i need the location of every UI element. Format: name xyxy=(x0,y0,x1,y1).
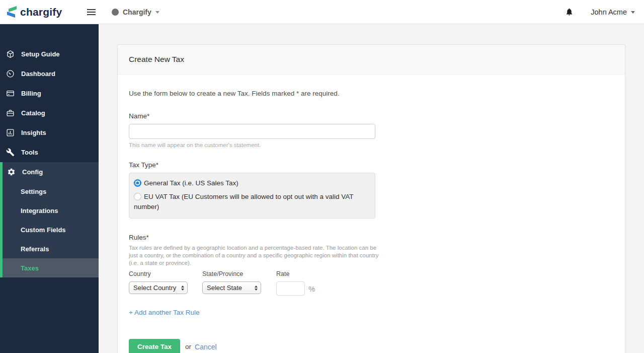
tax-type-options-box: General Tax (i.e. US Sales Tax) EU VAT T… xyxy=(129,173,375,219)
chargify-logo[interactable]: chargify xyxy=(0,5,80,19)
rate-label: Rate xyxy=(276,270,350,277)
site-status-dot-icon xyxy=(112,9,119,16)
user-menu-dropdown[interactable]: John Acme xyxy=(591,8,635,16)
chargify-wordmark: chargify xyxy=(20,6,62,18)
create-tax-panel: Create New Tax Use the form below to cre… xyxy=(117,44,625,353)
sidebar-item-config[interactable]: Config xyxy=(3,162,99,182)
country-column: Country Select Country xyxy=(129,270,202,296)
tax-name-input[interactable] xyxy=(129,124,375,139)
notifications-bell-icon[interactable] xyxy=(565,7,574,17)
briefcase-icon xyxy=(6,109,15,117)
gear-icon xyxy=(7,168,16,176)
sidebar: Setup Guide Dashboard Billing Catalog xyxy=(0,24,99,353)
radio-selected-icon xyxy=(134,179,141,187)
rules-label: Rules* xyxy=(129,234,614,241)
sidebar-item-referrals[interactable]: Referrals xyxy=(3,239,99,258)
sidebar-item-integrations[interactable]: Integrations xyxy=(3,201,99,220)
site-switcher-dropdown[interactable]: Chargify xyxy=(112,8,159,16)
chevron-down-icon xyxy=(155,11,159,14)
add-tax-rule-link[interactable]: + Add another Tax Rule xyxy=(129,309,199,316)
form-intro-text: Use the form below to create a new Tax. … xyxy=(129,90,614,97)
menu-toggle-icon[interactable] xyxy=(85,6,98,19)
wrench-icon xyxy=(6,148,15,157)
sidebar-item-settings[interactable]: Settings xyxy=(3,182,99,201)
box-icon xyxy=(6,50,15,58)
country-select[interactable]: Select Country xyxy=(129,281,188,294)
rules-help-text: Tax rules are defined by a geographic lo… xyxy=(129,244,383,267)
chargify-logo-icon xyxy=(7,5,17,19)
sidebar-item-catalog[interactable]: Catalog xyxy=(0,103,99,123)
form-actions: Create Tax or Cancel xyxy=(129,339,614,353)
sidebar-item-taxes[interactable]: Taxes xyxy=(3,258,99,277)
tax-type-label: Tax Type* xyxy=(129,161,614,169)
credit-card-icon xyxy=(6,89,15,98)
name-help-text: This name will appear on the customer's … xyxy=(129,142,614,148)
sidebar-item-insights[interactable]: Insights xyxy=(0,123,99,143)
select-arrows-icon xyxy=(255,286,258,291)
sidebar-item-setup-guide[interactable]: Setup Guide xyxy=(0,44,99,64)
bar-chart-icon xyxy=(6,128,15,137)
name-field-group: Name* This name will appear on the custo… xyxy=(129,112,614,148)
tax-type-field-group: Tax Type* General Tax (i.e. US Sales Tax… xyxy=(129,161,614,219)
app-window: chargify Chargify John Acme Setup Guide xyxy=(0,0,644,353)
cancel-link[interactable]: Cancel xyxy=(195,343,217,351)
chevron-down-icon xyxy=(631,11,635,14)
radio-general-tax[interactable]: General Tax (i.e. US Sales Tax) xyxy=(134,178,369,188)
panel-body: Use the form below to create a new Tax. … xyxy=(118,75,625,353)
topbar-right: John Acme xyxy=(565,7,644,17)
create-tax-button[interactable]: Create Tax xyxy=(129,339,180,353)
state-select[interactable]: Select State xyxy=(202,281,261,294)
sidebar-config-section: Config Settings Integrations Custom Fiel… xyxy=(0,162,99,277)
radio-unselected-icon xyxy=(134,193,141,200)
percent-suffix: % xyxy=(308,285,315,293)
rate-column: Rate % xyxy=(276,270,350,296)
radio-eu-vat-tax[interactable]: EU VAT Tax (EU Customers will be allowed… xyxy=(134,192,369,212)
name-label: Name* xyxy=(129,112,614,120)
sidebar-item-custom-fields[interactable]: Custom Fields xyxy=(3,220,99,239)
top-bar: chargify Chargify John Acme xyxy=(0,0,644,24)
sidebar-item-dashboard[interactable]: Dashboard xyxy=(0,64,99,84)
sidebar-item-tools[interactable]: Tools xyxy=(0,143,99,162)
or-text: or xyxy=(185,343,191,350)
state-label: State/Province xyxy=(202,270,276,277)
tax-rule-row: Country Select Country State/Province Se… xyxy=(129,270,614,296)
rate-input[interactable] xyxy=(276,281,305,296)
sidebar-item-billing[interactable]: Billing xyxy=(0,84,99,103)
gauge-icon xyxy=(6,69,15,78)
rules-field-group: Rules* Tax rules are defined by a geogra… xyxy=(129,234,614,317)
panel-header: Create New Tax xyxy=(118,45,625,75)
page-title: Create New Tax xyxy=(129,55,614,64)
state-column: State/Province Select State xyxy=(202,270,276,296)
user-name: John Acme xyxy=(591,8,627,16)
country-label: Country xyxy=(129,270,202,277)
select-arrows-icon xyxy=(181,286,184,291)
main-content: Create New Tax Use the form below to cre… xyxy=(99,24,644,353)
site-switcher-label: Chargify xyxy=(123,8,151,16)
